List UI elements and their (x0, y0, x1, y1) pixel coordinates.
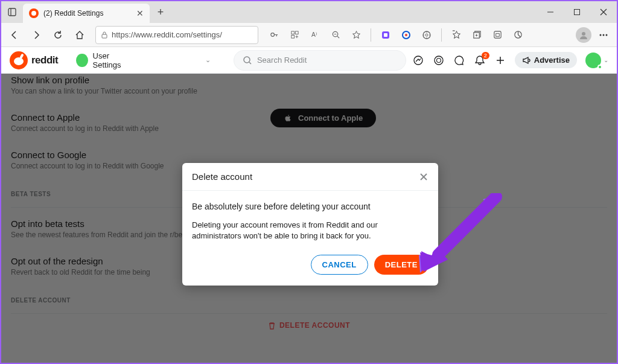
password-icon[interactable] (264, 25, 284, 45)
chevron-down-icon: ⌄ (604, 57, 608, 63)
profile-avatar[interactable] (576, 27, 591, 43)
svg-line-31 (249, 62, 251, 64)
cancel-button[interactable]: CANCEL (311, 255, 368, 275)
svg-rect-10 (291, 35, 294, 38)
svg-point-7 (270, 33, 274, 37)
svg-point-20 (425, 34, 428, 36)
url-text: https://www.reddit.com/settings/ (112, 30, 222, 39)
search-icon (243, 56, 252, 65)
toolbar-divider (371, 28, 371, 42)
tab-title: (2) Reddit Settings (43, 9, 132, 18)
svg-point-33 (435, 56, 443, 65)
reddit-logo[interactable]: reddit (10, 51, 58, 69)
tab-strip: (2) Reddit Settings ✕ + (1, 1, 169, 23)
lock-icon (101, 31, 108, 39)
delete-button[interactable]: DELETE (374, 255, 428, 275)
search-input[interactable]: Search Reddit (234, 50, 406, 71)
reddit-icon (10, 51, 28, 69)
screenshot-icon[interactable] (488, 25, 507, 45)
svg-rect-9 (295, 31, 298, 34)
search-placeholder: Search Reddit (257, 56, 307, 65)
notification-badge: 2 (482, 52, 489, 59)
modal-text: Deleting your account removes it from Re… (192, 220, 428, 241)
close-window-button[interactable] (590, 1, 617, 23)
nav-dropdown[interactable]: User Settings ⌄ (71, 49, 215, 72)
favorites-icon[interactable] (346, 25, 366, 45)
user-menu[interactable]: ⌄ (585, 54, 608, 66)
modal-body: Be absolutely sure before deleting your … (182, 191, 438, 247)
online-indicator (597, 65, 602, 69)
svg-line-13 (337, 36, 339, 38)
megaphone-icon (522, 56, 530, 65)
read-aloud-icon[interactable]: A⁾ (305, 25, 325, 45)
notifications-icon[interactable]: 2 (474, 54, 486, 66)
browser-toolbar: https://www.reddit.com/settings/ A⁾ (1, 23, 617, 47)
content-area: Show link on profile You can show a link… (1, 74, 617, 364)
refresh-button[interactable] (48, 25, 68, 45)
coin-icon[interactable] (433, 54, 445, 66)
address-bar[interactable]: https://www.reddit.com/settings/ (95, 26, 258, 44)
modal-title: Delete account (192, 171, 252, 182)
collections-icon[interactable] (467, 25, 486, 45)
advertise-button[interactable]: Advertise (515, 52, 577, 68)
svg-point-18 (405, 34, 407, 36)
snoo-avatar-icon (76, 54, 88, 67)
svg-rect-24 (495, 34, 499, 37)
chat-icon[interactable] (453, 54, 465, 66)
svg-point-27 (600, 34, 602, 36)
delete-account-modal: Delete account Be absolutely sure before… (182, 163, 438, 286)
browser-titlebar: (2) Reddit Settings ✕ + (1, 1, 617, 23)
svg-point-26 (582, 32, 585, 36)
ext-2-icon[interactable] (397, 25, 416, 45)
svg-rect-6 (102, 34, 107, 38)
svg-rect-8 (291, 31, 294, 34)
svg-rect-16 (384, 33, 387, 37)
popular-icon[interactable] (412, 54, 424, 66)
maximize-button[interactable] (564, 1, 590, 23)
nav-dropdown-label: User Settings (93, 51, 134, 69)
zoom-icon[interactable] (326, 25, 345, 45)
svg-point-32 (414, 56, 422, 65)
browser-tab[interactable]: (2) Reddit Settings ✕ (23, 4, 150, 23)
menu-button[interactable] (594, 25, 613, 45)
tab-close-button[interactable]: ✕ (136, 8, 144, 18)
svg-point-34 (436, 58, 441, 62)
reddit-header: reddit User Settings ⌄ Search Reddit 2 A… (1, 47, 617, 74)
svg-rect-0 (8, 8, 16, 16)
modal-subhead: Be absolutely sure before deleting your … (192, 202, 428, 211)
home-button[interactable] (70, 25, 89, 45)
reddit-favicon (29, 8, 39, 18)
create-post-icon[interactable] (494, 54, 506, 66)
performance-icon[interactable] (508, 25, 527, 45)
ext-3-icon[interactable] (417, 25, 436, 45)
ext-1-icon[interactable] (376, 25, 395, 45)
chevron-down-icon: ⌄ (205, 56, 211, 64)
header-icons: 2 Advertise ⌄ (412, 52, 608, 68)
modal-close-button[interactable] (419, 172, 428, 182)
svg-rect-3 (575, 10, 580, 15)
close-icon (419, 172, 428, 182)
user-snoo-icon (585, 53, 601, 68)
new-tab-button[interactable]: + (152, 4, 169, 21)
minimize-button[interactable] (537, 1, 564, 23)
modal-header: Delete account (182, 163, 438, 191)
window-controls (537, 1, 617, 23)
advertise-label: Advertise (534, 56, 570, 65)
svg-text:A⁾: A⁾ (311, 31, 316, 38)
favorites-bar-icon[interactable] (447, 25, 466, 45)
back-button[interactable] (5, 25, 24, 45)
svg-point-29 (606, 34, 608, 36)
toolbar-divider-2 (441, 28, 442, 42)
modal-footer: CANCEL DELETE (182, 247, 438, 286)
reddit-wordmark: reddit (31, 54, 58, 66)
extensions-icon[interactable] (285, 25, 304, 45)
tab-actions-button[interactable] (1, 1, 23, 23)
forward-button[interactable] (27, 25, 46, 45)
svg-point-30 (244, 57, 250, 63)
svg-rect-23 (494, 31, 500, 38)
svg-point-28 (603, 34, 605, 36)
